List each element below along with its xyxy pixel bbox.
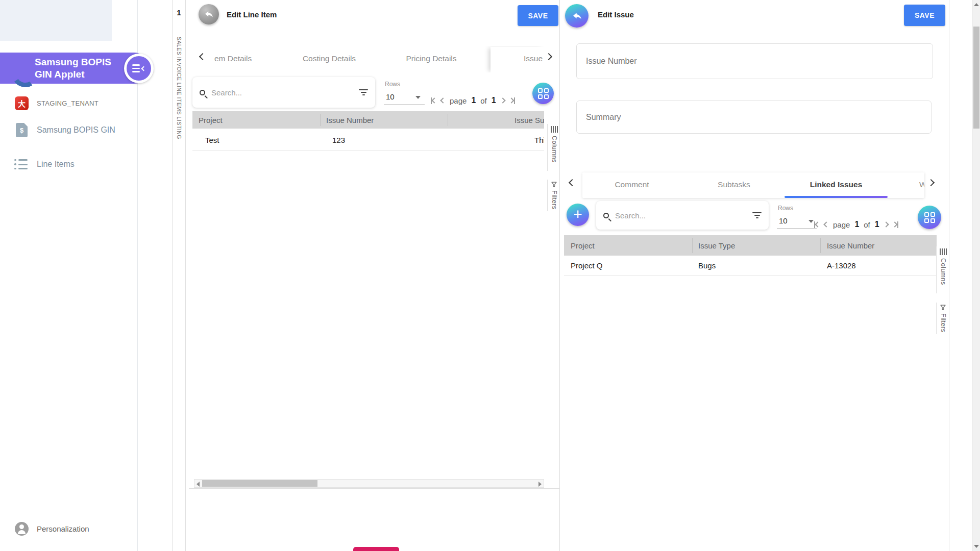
cell-issue-number: 123	[332, 135, 345, 144]
scrollbar-thumb[interactable]	[202, 480, 317, 487]
next-page-icon[interactable]	[501, 98, 505, 103]
sidebar-item-personalization[interactable]: Personalization	[0, 521, 138, 536]
col-header-issue-type[interactable]: Issue Type	[698, 241, 735, 250]
filter-list-icon[interactable]	[359, 89, 368, 95]
panel-title: Edit Issue	[598, 10, 634, 19]
filters-vertical-tab[interactable]: Filters	[936, 303, 949, 334]
page-of-label: of	[480, 96, 487, 105]
first-page-icon[interactable]	[431, 97, 436, 104]
card-view-button[interactable]	[532, 83, 554, 104]
applet-name-label: Samsung BOPIS GIN	[37, 126, 115, 135]
filters-vertical-tab[interactable]: Filters	[547, 180, 560, 211]
filters-tab-label: Filters	[940, 313, 947, 333]
next-page-icon[interactable]	[884, 222, 888, 227]
table-row[interactable]: Project Q Bugs A-13028	[564, 256, 937, 276]
tabs-scroll-right-icon[interactable]	[927, 179, 935, 186]
search-bar	[192, 77, 375, 108]
tab-linked-issues[interactable]: Linked Issues	[810, 180, 863, 189]
sidebar-item-line-items[interactable]: Line Items	[0, 158, 138, 170]
table-row[interactable]: Test 123 This	[192, 129, 544, 151]
filter-list-icon[interactable]	[752, 212, 762, 218]
columns-icon	[940, 248, 947, 255]
person-icon	[15, 522, 29, 536]
page-label: page	[450, 96, 467, 105]
add-linked-issue-button[interactable]: +	[567, 204, 589, 226]
hidden-action-peek[interactable]	[353, 547, 399, 551]
search-input[interactable]	[211, 88, 359, 97]
tab-strip: Comment Subtasks Linked Issues W	[582, 172, 924, 198]
sidebar-logo-area	[0, 0, 112, 41]
last-page-icon[interactable]	[509, 97, 515, 104]
rows-dropdown-icon[interactable]	[415, 96, 421, 99]
col-header-issue-summary[interactable]: Issue Sur	[514, 116, 544, 124]
tab-pricing-details[interactable]: Pricing Details	[406, 54, 456, 63]
issue-number-field[interactable]	[576, 43, 933, 79]
tab-issue[interactable]: Issue L	[524, 54, 544, 63]
sidebar-item-applet[interactable]: $ Samsung BOPIS GIN	[0, 123, 138, 137]
save-button[interactable]: SAVE	[904, 5, 945, 26]
rows-dropdown-icon[interactable]	[808, 220, 814, 223]
col-header-issue-number[interactable]: Issue Number	[326, 116, 374, 124]
cell-project: Project Q	[571, 261, 603, 270]
tenant-label: STAGING_TENANT	[37, 99, 99, 107]
tenant-icon: 大	[15, 96, 29, 110]
col-header-project[interactable]: Project	[199, 116, 223, 124]
search-input[interactable]	[615, 211, 752, 220]
tabs-scroll-right-icon[interactable]	[545, 53, 552, 60]
search-icon	[200, 90, 205, 95]
search-icon	[603, 213, 609, 218]
card-view-button[interactable]	[918, 206, 941, 229]
scroll-left-icon[interactable]	[197, 482, 200, 487]
summary-input[interactable]	[577, 101, 931, 133]
col-header-project[interactable]: Project	[571, 241, 595, 250]
rows-value[interactable]: 10	[779, 216, 788, 225]
back-button[interactable]	[199, 4, 219, 24]
page-of-label: of	[864, 220, 870, 229]
funnel-icon	[551, 182, 557, 187]
prev-page-icon[interactable]	[441, 98, 445, 103]
reply-arrow-icon	[572, 11, 582, 21]
rows-value[interactable]: 10	[386, 92, 395, 101]
summary-field[interactable]	[576, 101, 932, 134]
table-header: Project Issue Number Issue Sur	[192, 111, 544, 129]
cell-issue-type: Bugs	[698, 261, 716, 270]
filters-tab-label: Filters	[551, 190, 558, 210]
tabs-scroll-left-icon[interactable]	[569, 179, 576, 186]
page-label: page	[833, 220, 850, 229]
back-button[interactable]	[565, 4, 589, 28]
active-tab-underline	[785, 196, 888, 198]
issue-number-input[interactable]	[577, 44, 933, 79]
page-current: 1	[854, 220, 859, 229]
pagination: page 1 of 1	[814, 218, 898, 231]
personalization-label: Personalization	[37, 524, 89, 533]
rows-select-underline	[384, 105, 425, 105]
tab-subtasks[interactable]: Subtasks	[718, 180, 750, 189]
first-page-icon[interactable]	[814, 221, 820, 228]
sidebar-collapse-button[interactable]	[124, 54, 154, 83]
tab-costing-details[interactable]: Costing Details	[303, 54, 356, 63]
scroll-down-icon[interactable]	[974, 545, 979, 548]
rail-listing-title: SALES INVOICE LINE ITEMS LISTING	[176, 37, 182, 139]
vertical-scrollbar[interactable]	[972, 0, 980, 551]
horizontal-scrollbar[interactable]	[194, 479, 544, 488]
prev-page-icon[interactable]	[824, 222, 828, 227]
funnel-icon	[940, 305, 946, 310]
edit-line-item-panel: Edit Line Item SAVE em Details Costing D…	[186, 0, 560, 551]
tab-item-details[interactable]: em Details	[214, 54, 252, 63]
scroll-right-icon[interactable]	[538, 482, 542, 487]
scrollbar-thumb[interactable]	[973, 27, 979, 129]
pagination: page 1 of 1	[431, 94, 515, 107]
columns-tab-label: Columns	[551, 136, 558, 163]
tabs-scroll-left-icon[interactable]	[199, 53, 206, 60]
columns-vertical-tab[interactable]: Columns	[936, 246, 949, 293]
table-header: Project Issue Type Issue Number	[564, 235, 937, 256]
tab-comment[interactable]: Comment	[615, 180, 649, 189]
save-button[interactable]: SAVE	[518, 5, 558, 26]
scroll-up-icon[interactable]	[974, 3, 979, 6]
col-header-issue-number[interactable]: Issue Number	[827, 241, 874, 250]
sidebar: Samsung BOPIS GIN Applet 大 STAGING_TENAN…	[0, 0, 138, 551]
columns-vertical-tab[interactable]: Columns	[547, 124, 560, 171]
sidebar-item-tenant[interactable]: 大 STAGING_TENANT	[0, 96, 138, 110]
last-page-icon[interactable]	[893, 221, 898, 228]
tab-worklog-clipped[interactable]: W	[919, 180, 924, 189]
